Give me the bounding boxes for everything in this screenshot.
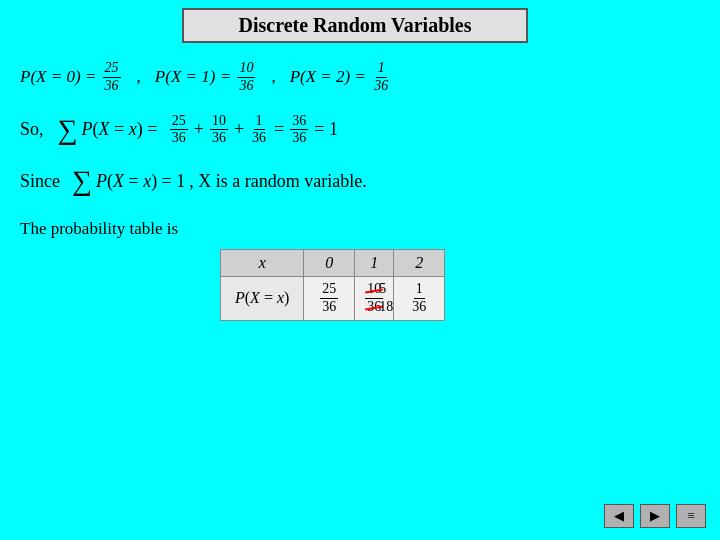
frac-10-36: 1036 (210, 113, 228, 148)
table-header-row: x 0 1 2 (221, 250, 445, 277)
frac-1-36: 136 (250, 113, 268, 148)
table-section: The probability table is x 0 1 2 P(X = x… (20, 219, 700, 321)
since-sum: P(X = x) = 1 (96, 171, 185, 192)
col-header-0: 0 (304, 250, 355, 277)
probability-table: x 0 1 2 P(X = x) 2536 (220, 249, 445, 321)
cell-x0: 2536 (304, 277, 355, 321)
since-end: , X is a random variable. (189, 171, 366, 192)
probability-expressions: P(X = 0) = 2536 , P(X = 1) = 1036 , P(X … (20, 60, 700, 95)
probability-table-wrap: x 0 1 2 P(X = x) 2536 (220, 249, 700, 321)
sum-expr: P(X = x) = (81, 119, 161, 140)
px0-expr: P(X = 0) = 2536 (20, 60, 123, 95)
page-title: Discrete Random Variables (182, 8, 528, 43)
frac-cell-25-36: 2536 (320, 281, 338, 316)
nav-buttons: ◀ ▶ ≡ (604, 504, 706, 528)
frac-cell-1-36: 136 (410, 281, 428, 316)
px1-expr: P(X = 1) = 1036 (155, 60, 258, 95)
cell-x2: 136 (394, 277, 445, 321)
content-area: P(X = 0) = 2536 , P(X = 1) = 1036 , P(X … (20, 60, 700, 331)
menu-button[interactable]: ≡ (676, 504, 706, 528)
frac-36-36: 3636 (290, 113, 308, 148)
frac-cell-10-5: 10 5 36 18 (365, 281, 383, 316)
cell-x1: 10 5 36 18 (355, 277, 394, 321)
sigma-icon: ∑ (58, 114, 78, 146)
so-label: So, (20, 119, 44, 140)
play-button[interactable]: ▶ (640, 504, 670, 528)
frac-25-36: 2536 (170, 113, 188, 148)
frac-p2: 136 (372, 60, 390, 95)
frac-p1: 1036 (237, 60, 255, 95)
since-row: Since ∑ P(X = x) = 1 , X is a random var… (20, 165, 700, 197)
table-data-row: P(X = x) 2536 10 5 (221, 277, 445, 321)
since-label: Since (20, 171, 60, 192)
col-header-x: x (221, 250, 304, 277)
col-header-1: 1 (355, 250, 394, 277)
so-row: So, ∑ P(X = x) = 2536 + 1036 + 136 = 363… (20, 113, 700, 148)
prev-button[interactable]: ◀ (604, 504, 634, 528)
so-final: = 1 (314, 119, 338, 140)
col-header-2: 2 (394, 250, 445, 277)
row-label-cell: P(X = x) (221, 277, 304, 321)
table-intro-text: The probability table is (20, 219, 178, 238)
frac-p0: 2536 (103, 60, 121, 95)
sigma-icon-2: ∑ (72, 165, 92, 197)
px2-expr: P(X = 2) = 136 (290, 60, 393, 95)
